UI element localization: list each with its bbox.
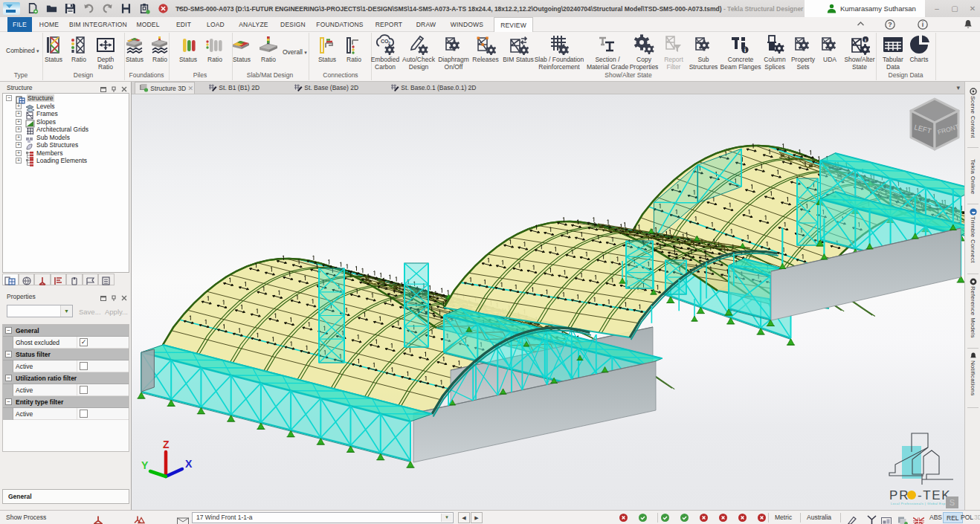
svg-text:i: i — [744, 47, 746, 54]
svg-text:i: i — [865, 37, 866, 42]
svg-text:Y: Y — [141, 459, 149, 471]
svg-text:?: ? — [888, 21, 892, 28]
svg-text:Z: Z — [163, 439, 170, 450]
svg-text:S: S — [950, 498, 955, 507]
svg-text:PR: PR — [889, 488, 910, 502]
svg-text:X: X — [185, 458, 193, 470]
svg-text:i: i — [922, 21, 923, 28]
